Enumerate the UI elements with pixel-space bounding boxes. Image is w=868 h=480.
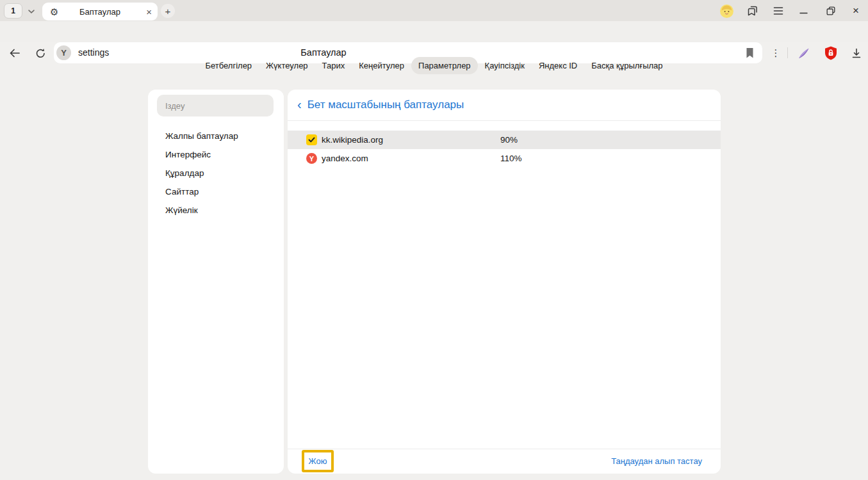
sidebar-item-sites[interactable]: Сайттар [148, 182, 284, 201]
settings-nav-tabs: Бетбелгілер Жүктеулер Тарих Кеңейтулер П… [0, 57, 868, 74]
restore-icon [826, 6, 835, 15]
browser-menu-button[interactable] [771, 3, 786, 19]
site-name: kk.wikipedia.org [322, 135, 500, 145]
address-bar: Y settings Баптаулар ⋮ [0, 21, 868, 42]
checkbox-checked-icon[interactable] [306, 134, 317, 145]
window-minimize-button[interactable] [796, 3, 811, 19]
delete-button[interactable]: Жою [309, 456, 327, 466]
page-zoom-settings-panel: ‹ Бет масштабының баптаулары kk.wikipedi… [288, 90, 721, 474]
sidebar-item-general[interactable]: Жалпы баптаулар [148, 127, 284, 145]
chevron-down-icon [28, 5, 35, 17]
tab-settings[interactable]: Параметрлер [411, 57, 478, 74]
search-input[interactable] [157, 95, 274, 116]
tab-bookmarks[interactable]: Бетбелгілер [198, 57, 259, 74]
tab-groups-icon [746, 4, 759, 17]
tab-downloads[interactable]: Жүктеулер [259, 57, 315, 74]
site-name: yandex.com [322, 154, 500, 163]
highlight-box: Жою [302, 450, 334, 472]
site-zoom-list: kk.wikipedia.org 90% Y yandex.com 110% [288, 131, 721, 168]
site-zoom-value: 110% [500, 154, 522, 163]
tab-yandex-id[interactable]: Яндекс ID [532, 57, 584, 74]
hamburger-menu-icon [773, 6, 784, 16]
deselect-all-button[interactable]: Таңдаудан алып тастау [611, 449, 702, 474]
settings-sidebar: Жалпы баптаулар Интерфейс Құралдар Сайтт… [148, 90, 284, 474]
sidebar-item-interface[interactable]: Интерфейс [148, 145, 284, 164]
sidebar-item-tools[interactable]: Құралдар [148, 164, 284, 182]
profile-avatar[interactable] [719, 3, 734, 19]
tab-list-chevron-button[interactable] [24, 4, 39, 18]
back-arrow-icon [9, 49, 20, 58]
active-browser-tab[interactable]: ⚙ Баптаулар × [42, 3, 158, 20]
site-zoom-value: 90% [500, 135, 518, 145]
panel-title[interactable]: Бет масштабының баптаулары [307, 99, 464, 111]
panel-header: ‹ Бет масштабының баптаулары [288, 90, 721, 121]
back-chevron-icon[interactable]: ‹ [297, 98, 302, 111]
sidebar-item-system[interactable]: Жүйелік [148, 201, 284, 220]
tab-counter-button[interactable]: 1 [4, 3, 22, 19]
yandex-favicon-icon: Y [306, 153, 317, 164]
panel-footer: Жою Таңдаудан алып тастау [288, 449, 721, 474]
sidebar-list: Жалпы баптаулар Интерфейс Құралдар Сайтт… [148, 127, 284, 220]
tab-other-devices[interactable]: Басқа құрылғылар [584, 57, 669, 74]
new-tab-button[interactable]: + [161, 4, 175, 18]
avatar-icon [720, 4, 733, 18]
window-restore-button[interactable] [823, 3, 839, 19]
tab-bar: 1 ⚙ Баптаулар × + [0, 0, 868, 21]
minimize-icon [799, 7, 808, 15]
zoom-row-wikipedia[interactable]: kk.wikipedia.org 90% [288, 131, 721, 149]
tab-close-icon[interactable]: × [146, 7, 152, 17]
tab-title: Баптаулар [42, 7, 158, 17]
tab-extensions[interactable]: Кеңейтулер [352, 57, 411, 74]
tab-history[interactable]: Тарих [315, 57, 352, 74]
gear-favicon-icon: ⚙ [50, 7, 58, 17]
tab-groups-button[interactable] [745, 3, 760, 19]
tab-security[interactable]: Қауіпсіздік [478, 57, 532, 74]
window-close-button[interactable]: × [848, 3, 864, 19]
zoom-row-yandex[interactable]: Y yandex.com 110% [288, 149, 721, 168]
